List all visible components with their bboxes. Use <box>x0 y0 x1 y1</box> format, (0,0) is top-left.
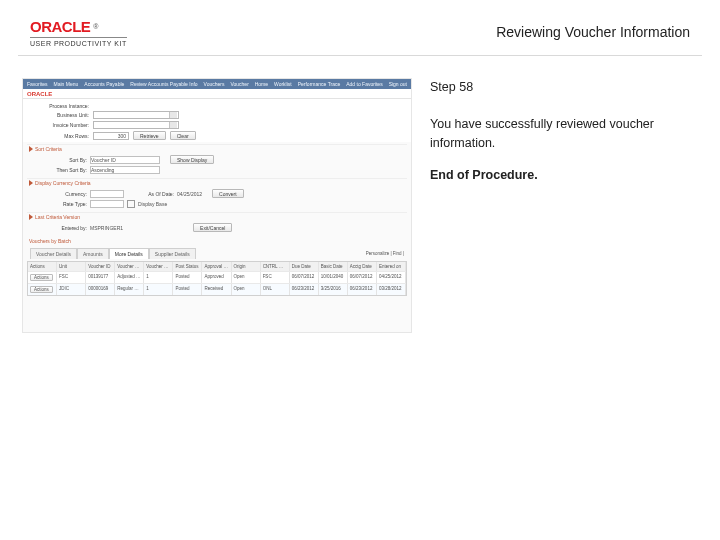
cell: ONL <box>261 284 290 295</box>
col-header: Voucher Lines <box>144 262 173 271</box>
field-label: Business Unit: <box>29 112 89 118</box>
collapse-icon[interactable] <box>29 214 33 220</box>
col-header: Post Status <box>173 262 202 271</box>
instruction-panel: Step 58 You have successfully reviewed v… <box>430 78 690 333</box>
section-title: Display Currency Criteria <box>35 180 91 186</box>
entered-by-value: MSPRINGER1 <box>90 225 123 231</box>
voucher-grid: Actions Unit Voucher ID Voucher Style Vo… <box>27 261 407 296</box>
as-of-date-value: 04/25/2012 <box>177 191 202 197</box>
tab-voucher-details[interactable]: Voucher Details <box>30 248 77 259</box>
cell: 06/23/2012 <box>348 284 377 295</box>
field-label: Rate Type: <box>31 201 87 207</box>
row-actions-button[interactable]: Actions <box>30 274 53 281</box>
nav-item: Favorites <box>27 81 48 87</box>
step-message: You have successfully reviewed voucher i… <box>430 115 690 153</box>
end-of-procedure: End of Procedure. <box>430 166 690 185</box>
field-label: Sort By: <box>31 157 87 163</box>
field-label: Process Instance: <box>29 103 89 109</box>
currency-input[interactable] <box>90 190 124 198</box>
nav-item: Worklist <box>274 81 292 87</box>
col-header: Due Date <box>290 262 319 271</box>
nav-item: Review Accounts Payable Info <box>130 81 197 87</box>
page-title: Reviewing Voucher Information <box>496 24 690 40</box>
cell: 06/23/2012 <box>290 284 319 295</box>
nav-item: Performance Trace <box>298 81 341 87</box>
cell: 06/07/2012 <box>348 272 377 283</box>
retrieve-button[interactable]: Retrieve <box>133 131 166 140</box>
cell: Open <box>232 284 261 295</box>
nav-item: Voucher <box>230 81 248 87</box>
col-header: Acctg Date <box>348 262 377 271</box>
tab-supplier-details[interactable]: Supplier Details <box>149 248 196 259</box>
exit-cancel-button[interactable]: Exit/Cancel <box>193 223 232 232</box>
display-base-checkbox[interactable] <box>127 200 135 208</box>
tab-more-details[interactable]: More Details <box>109 248 149 259</box>
collapse-icon[interactable] <box>29 180 33 186</box>
vouchers-title: Vouchers by Batch <box>29 238 71 244</box>
nav-item: Main Menu <box>54 81 79 87</box>
cell: Posted <box>173 272 202 283</box>
cell: Open <box>232 272 261 283</box>
col-header: Origin <box>232 262 261 271</box>
cell: JDIC <box>57 284 86 295</box>
grid-find-links[interactable]: Personalize | Find | <box>366 251 404 256</box>
nav-item: Vouchers <box>204 81 225 87</box>
cell: 1 <box>144 284 173 295</box>
cell: 10/01/2040 <box>319 272 348 283</box>
sort-by-input[interactable]: Voucher ID <box>90 156 160 164</box>
cell: 3/25/2016 <box>319 284 348 295</box>
cell: 00000169 <box>86 284 115 295</box>
clear-button[interactable]: Clear <box>170 131 196 140</box>
cell: 1 <box>144 272 173 283</box>
cell: Regular Voucher <box>115 284 144 295</box>
row-actions-button[interactable]: Actions <box>30 286 53 293</box>
col-header: Entered on <box>377 262 406 271</box>
field-label: Currency: <box>31 191 87 197</box>
col-header: Actions <box>28 262 57 271</box>
cell: Adjusted Voucher <box>115 272 144 283</box>
cell: FSC <box>261 272 290 283</box>
invoice-number-select[interactable] <box>93 121 179 129</box>
then-sort-by-input[interactable]: Ascending <box>90 166 160 174</box>
table-row: Actions JDIC 00000169 Regular Voucher 1 … <box>28 283 406 295</box>
col-header: Basic Date <box>319 262 348 271</box>
cell: Posted <box>173 284 202 295</box>
rate-type-input[interactable] <box>90 200 124 208</box>
section-title: Sort Criteria <box>35 146 62 152</box>
tab-amounts[interactable]: Amounts <box>77 248 109 259</box>
convert-button[interactable]: Convert <box>212 189 244 198</box>
field-label: Then Sort By: <box>31 167 87 173</box>
nav-item: Home <box>255 81 268 87</box>
max-rows-input[interactable]: 300 <box>93 132 129 140</box>
cell: FSC <box>57 272 86 283</box>
col-header: Unit <box>57 262 86 271</box>
col-header: Voucher Style <box>115 262 144 271</box>
step-label: Step 58 <box>430 78 690 97</box>
field-label: As Of Date: <box>134 191 174 197</box>
field-label: Entered by: <box>31 225 87 231</box>
cell: Approved <box>202 272 231 283</box>
table-row: Actions FSC 00139177 Adjusted Voucher 1 … <box>28 271 406 283</box>
cell: 06/07/2012 <box>290 272 319 283</box>
col-header: Voucher ID <box>86 262 115 271</box>
nav-item: Accounts Payable <box>84 81 124 87</box>
cell: 03/28/2012 <box>377 284 406 295</box>
show-display-button[interactable]: Show Display <box>170 155 214 164</box>
logo-block: ORACLE ® USER PRODUCTIVITY KIT <box>30 18 127 47</box>
nav-item: Sign out <box>389 81 407 87</box>
section-title: Last Criteria Version <box>35 214 80 220</box>
cell: 04/25/2012 <box>377 272 406 283</box>
app-logo: ORACLE <box>27 91 52 97</box>
col-header: Approval Status <box>202 262 231 271</box>
field-label: Invoice Number: <box>29 122 89 128</box>
nav-item: Add to Favorites <box>346 81 382 87</box>
cell: Received <box>202 284 231 295</box>
checkbox-label: Display Base <box>138 201 167 207</box>
logo-main: ORACLE <box>30 18 90 35</box>
screenshot-thumbnail: Favorites Main Menu Accounts Payable Rev… <box>22 78 412 333</box>
collapse-icon[interactable] <box>29 146 33 152</box>
field-label: Max Rows: <box>29 133 89 139</box>
logo-sub: USER PRODUCTIVITY KIT <box>30 37 127 47</box>
cell: 00139177 <box>86 272 115 283</box>
business-unit-select[interactable] <box>93 111 179 119</box>
